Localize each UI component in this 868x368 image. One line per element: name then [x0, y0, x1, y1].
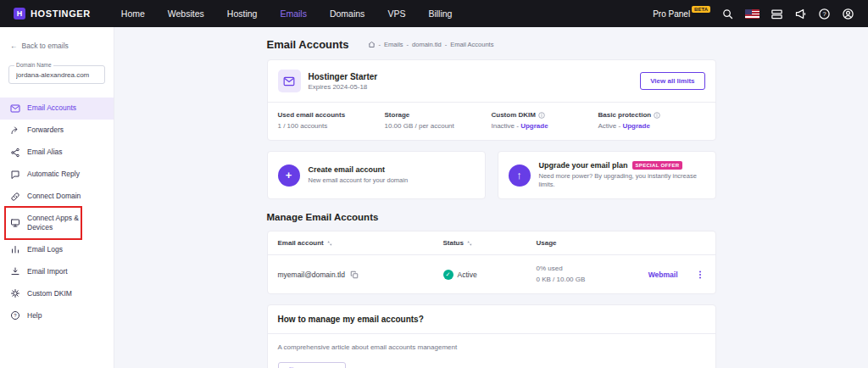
- account-icon[interactable]: [842, 8, 854, 20]
- domain-name-select[interactable]: Domain Name jordana-alexandrea.com: [8, 65, 105, 84]
- beta-badge: BETA: [692, 6, 710, 13]
- sidebar-item-label: Email Logs: [27, 245, 63, 254]
- stat-value: Inactive -: [492, 122, 519, 130]
- manage-accounts-heading: Manage Email Accounts: [267, 212, 716, 222]
- usage-percent: 0% used: [537, 264, 586, 274]
- nav-billing[interactable]: Billing: [428, 8, 452, 19]
- sidebar-item-connect-apps-devices[interactable]: Connect Apps & Devices: [0, 208, 114, 238]
- sidebar-item-label: Automatic Reply: [27, 170, 80, 179]
- plan-envelope-icon: [278, 70, 301, 92]
- learn-more-button[interactable]: Learn more: [278, 362, 347, 368]
- sidebar-item-label: Help: [27, 311, 42, 321]
- forward-arrow-icon: [10, 125, 20, 136]
- back-link-label: Back to emails: [22, 42, 69, 50]
- sidebar-item-email-import[interactable]: Email Import: [0, 260, 114, 282]
- hostinger-logo[interactable]: H HOSTINGER: [14, 8, 91, 20]
- sort-status-header[interactable]: Status: [443, 239, 537, 247]
- svg-text:?: ?: [822, 10, 826, 18]
- action-card-title: Create email account: [309, 165, 386, 174]
- home-icon[interactable]: [368, 41, 376, 48]
- stat-value: 10.00 GB / per account: [385, 122, 487, 130]
- column-header-label: Status: [443, 239, 464, 247]
- pro-panel-label: Pro Panel: [653, 9, 690, 19]
- nav-home[interactable]: Home: [121, 8, 145, 19]
- stat-basic-protection: Basic protection Active - Upgrade: [598, 111, 705, 130]
- stat-used-accounts: Used email accounts 1 / 100 accounts: [278, 111, 385, 130]
- sidebar-item-email-accounts[interactable]: Email Accounts: [0, 98, 114, 120]
- topbar: H HOSTINGER Home Websites Hosting Emails…: [0, 0, 868, 27]
- pro-panel-link[interactable]: Pro Panel BETA: [653, 9, 710, 19]
- create-email-account-card[interactable]: + Create email account New email account…: [267, 151, 486, 199]
- sidebar-item-forwarders[interactable]: Forwarders: [0, 120, 114, 142]
- stat-storage: Storage 10.00 GB / per account: [385, 111, 492, 130]
- stat-custom-dkim: Custom DKIM Inactive - Upgrade: [492, 111, 598, 130]
- stat-value: Active -: [598, 122, 621, 130]
- us-flag-icon[interactable]: [745, 9, 760, 19]
- sidebar: ← Back to emails Domain Name jordana-ale…: [0, 27, 114, 368]
- breadcrumb-emails[interactable]: Emails: [384, 41, 403, 48]
- download-icon: [10, 266, 20, 276]
- usage-detail: 0 KB / 10.00 GB: [537, 275, 586, 285]
- share-icon: [10, 148, 20, 158]
- topbar-right: Pro Panel BETA ?: [653, 8, 854, 20]
- special-offer-badge: SPECIAL OFFER: [632, 161, 683, 170]
- sidebar-item-email-alias[interactable]: Email Alias: [0, 142, 114, 164]
- sidebar-item-connect-domain[interactable]: Connect Domain: [0, 186, 114, 208]
- back-arrow-icon: ←: [10, 42, 18, 50]
- sort-email-account-header[interactable]: Email account: [278, 239, 443, 247]
- sidebar-item-label: Email Accounts: [27, 103, 76, 113]
- svg-text:?: ?: [14, 313, 17, 318]
- copy-icon[interactable]: [350, 270, 359, 279]
- main-content: Email Accounts - Emails - domain.tld - E…: [114, 27, 868, 368]
- sidebar-item-custom-dkim[interactable]: Custom DKIM: [0, 282, 114, 304]
- top-nav: Home Websites Hosting Emails Domains VPS…: [121, 8, 453, 19]
- nav-domains[interactable]: Domains: [330, 8, 364, 19]
- kebab-menu-icon[interactable]: [695, 270, 705, 280]
- plan-expiry: Expires 2024-05-18: [309, 83, 378, 91]
- usage-cell: 0% used 0 KB / 10.00 GB: [537, 264, 586, 285]
- webmail-link[interactable]: Webmail: [648, 270, 678, 279]
- sidebar-item-help[interactable]: ? Help: [0, 304, 114, 326]
- back-to-emails-link[interactable]: ← Back to emails: [0, 27, 114, 60]
- sidebar-item-label: Email Import: [27, 267, 68, 276]
- upgrade-email-plan-card[interactable]: ↑ Upgrade your email plan SPECIAL OFFER …: [498, 151, 716, 199]
- upgrade-protection-link[interactable]: Upgrade: [622, 122, 649, 130]
- payments-icon[interactable]: [771, 8, 783, 20]
- page-title: Email Accounts: [267, 38, 349, 51]
- status-badge: Active: [458, 270, 477, 279]
- help-icon[interactable]: ?: [818, 8, 831, 20]
- domain-select-value: jordana-alexandrea.com: [16, 71, 97, 79]
- breadcrumb-separator: -: [445, 41, 448, 48]
- sidebar-item-label: Custom DKIM: [27, 289, 72, 298]
- help-card-description: A comprehensive article about email acco…: [278, 343, 705, 351]
- nav-emails[interactable]: Emails: [280, 8, 307, 19]
- breadcrumb-separator: -: [379, 41, 381, 48]
- sidebar-item-automatic-reply[interactable]: Automatic Reply: [0, 164, 114, 186]
- announcements-icon[interactable]: [794, 8, 807, 20]
- breadcrumb-separator: -: [407, 41, 409, 48]
- info-icon[interactable]: [538, 112, 545, 119]
- sidebar-item-label: Connect Domain: [27, 192, 81, 201]
- stat-label: Basic protection: [598, 111, 652, 119]
- search-icon[interactable]: [721, 8, 734, 20]
- status-check-icon: ✓: [443, 270, 453, 280]
- info-icon[interactable]: [654, 112, 660, 119]
- column-header-label: Email account: [278, 239, 324, 247]
- sort-icon: [326, 240, 333, 247]
- nav-vps[interactable]: VPS: [387, 8, 405, 19]
- plan-card: Hostinger Starter Expires 2024-05-18 Vie…: [267, 59, 716, 141]
- action-card-subtitle: Need more power? By upgrading, you insta…: [539, 172, 705, 189]
- sidebar-item-label: Email Alias: [27, 148, 63, 157]
- devices-icon: [10, 218, 20, 228]
- breadcrumb-domain[interactable]: domain.tld: [412, 41, 442, 48]
- help-card: How to manage my email accounts? A compr…: [267, 304, 716, 368]
- nav-hosting[interactable]: Hosting: [227, 8, 258, 19]
- action-card-title: Upgrade your email plan: [539, 161, 628, 170]
- sidebar-item-email-logs[interactable]: Email Logs: [0, 238, 114, 260]
- sidebar-item-label: Forwarders: [27, 125, 64, 135]
- link-icon: [10, 192, 20, 202]
- view-all-limits-button[interactable]: View all limits: [640, 72, 704, 90]
- plan-name: Hostinger Starter: [309, 72, 378, 81]
- upgrade-dkim-link[interactable]: Upgrade: [520, 122, 548, 130]
- nav-websites[interactable]: Websites: [168, 8, 204, 19]
